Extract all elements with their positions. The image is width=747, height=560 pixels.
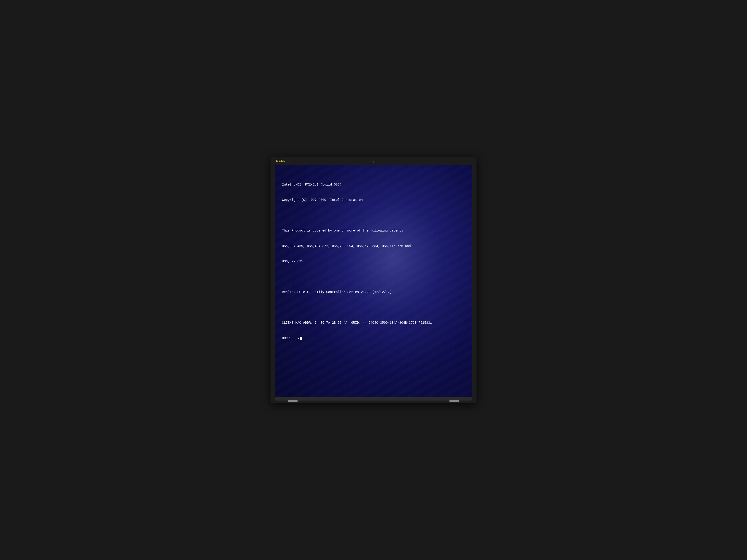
hinge-left xyxy=(288,400,298,402)
cursor-blink xyxy=(300,337,302,340)
bios-blank-2 xyxy=(282,274,465,279)
bios-line-8: DHCP....\ xyxy=(282,336,465,341)
webcam xyxy=(372,161,375,163)
screen: Intel UNDI, PXE-2.1 (build 083) Copyrigh… xyxy=(275,165,472,397)
bios-line-2: Copyright (C) 1997-2000 Intel Corporatio… xyxy=(282,197,465,203)
bios-output: Intel UNDI, PXE-2.1 (build 083) Copyrigh… xyxy=(282,172,465,351)
bios-blank-3 xyxy=(282,305,465,310)
bios-line-6: Realtek PCIe FE Family Controller Series… xyxy=(282,290,465,295)
bios-blank-1 xyxy=(282,213,465,218)
laptop-bottom-bezel xyxy=(275,397,472,401)
bios-line-1: Intel UNDI, PXE-2.1 (build 083) xyxy=(282,182,465,187)
bios-line-4: US5,307,459, US5,434,872, US5,732,094, U… xyxy=(282,244,465,249)
screen-content: Intel UNDI, PXE-2.1 (build 083) Copyrigh… xyxy=(282,172,465,351)
hinge-right xyxy=(449,400,459,402)
dell-logo: DELL xyxy=(276,159,286,162)
bios-line-3: This Product is covered by one or more o… xyxy=(282,228,465,233)
bios-line-7: CLIENT MAC ADDR: 74 86 7A 2B 57 4A GUID:… xyxy=(282,320,465,325)
laptop-body: DELL Intel UNDI, PXE-2.1 (build 083) Cop… xyxy=(271,157,476,403)
bios-line-5: US6,327,625 xyxy=(282,259,465,264)
